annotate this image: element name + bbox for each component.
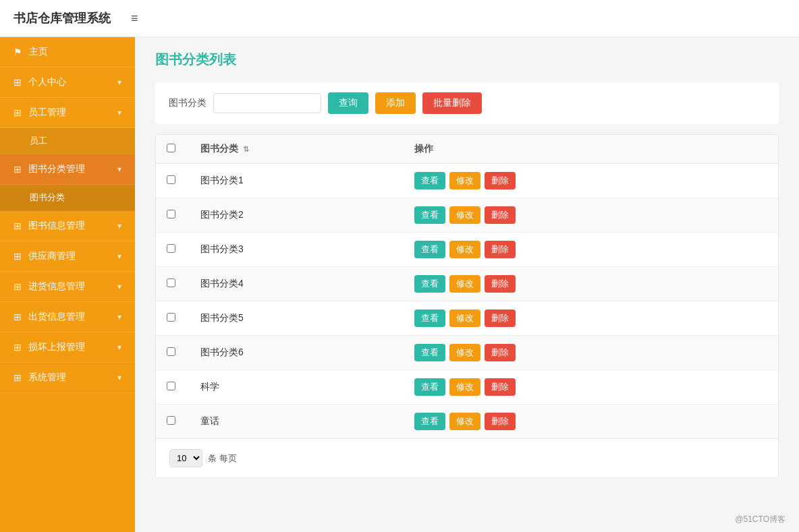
sidebar-item-supplier[interactable]: ⊞ 供应商管理 ▾	[0, 241, 135, 272]
table-header-row: 图书分类 ⇅ 操作	[156, 135, 778, 164]
delete-row-button[interactable]: 删除	[485, 172, 516, 189]
chevron-down-icon-personal: ▾	[117, 78, 121, 87]
row-category: 童话	[190, 405, 404, 439]
edit-button[interactable]: 修改	[449, 309, 480, 327]
delete-row-button[interactable]: 删除	[485, 241, 516, 258]
sidebar-sub-item-book-category-list[interactable]: 图书分类	[0, 185, 135, 211]
sidebar-item-supplier-label: 供应商管理	[28, 250, 76, 262]
grid-icon-personal: ⊞	[13, 77, 22, 88]
table-row: 图书分类2 查看 修改 删除	[156, 198, 778, 233]
chevron-down-icon-book-category: ▾	[117, 165, 121, 174]
row-category: 图书分类5	[190, 301, 404, 336]
sidebar-item-book-info[interactable]: ⊞ 图书信息管理 ▾	[0, 211, 135, 241]
row-actions: 查看 修改 删除	[404, 198, 778, 233]
row-checkbox[interactable]	[167, 347, 175, 356]
edit-button[interactable]: 修改	[449, 413, 480, 430]
table-row: 图书分类3 查看 修改 删除	[156, 233, 778, 267]
filter-label: 图书分类	[169, 97, 206, 109]
sidebar-item-system-label: 系统管理	[28, 372, 66, 384]
row-checkbox[interactable]	[167, 210, 175, 218]
edit-button[interactable]: 修改	[449, 172, 480, 189]
row-checkbox-cell	[156, 336, 190, 370]
delete-row-button[interactable]: 删除	[485, 206, 516, 224]
view-button[interactable]: 查看	[414, 275, 445, 293]
sidebar-item-home-label: 主页	[29, 46, 48, 58]
watermark: @51CTO博客	[735, 514, 786, 525]
view-button[interactable]: 查看	[414, 413, 445, 430]
row-category: 图书分类1	[190, 164, 404, 198]
edit-button[interactable]: 修改	[449, 378, 480, 396]
batch-delete-button[interactable]: 批量删除	[422, 92, 482, 114]
row-checkbox-cell	[156, 233, 190, 267]
row-actions: 查看 修改 删除	[404, 405, 778, 439]
delete-row-button[interactable]: 删除	[485, 309, 516, 327]
sidebar-item-damage[interactable]: ⊞ 损坏上报管理 ▾	[0, 332, 135, 363]
chevron-down-icon-employee: ▾	[117, 108, 121, 117]
row-checkbox-cell	[156, 198, 190, 233]
row-checkbox-cell	[156, 301, 190, 336]
sidebar-item-home[interactable]: 主页	[0, 37, 135, 67]
row-checkbox-cell	[156, 267, 190, 301]
add-button[interactable]: 添加	[375, 92, 416, 114]
delete-row-button[interactable]: 删除	[485, 344, 516, 361]
th-category: 图书分类 ⇅	[190, 135, 404, 164]
sidebar-sub-book-category-list-label: 图书分类	[30, 192, 65, 202]
row-checkbox[interactable]	[167, 382, 175, 390]
delete-row-button[interactable]: 删除	[485, 275, 516, 293]
row-category: 图书分类6	[190, 336, 404, 370]
th-checkbox	[156, 135, 190, 164]
sidebar-sub-item-employee-list[interactable]: 员工	[0, 128, 135, 154]
row-category: 科学	[190, 370, 404, 405]
sidebar-item-employee[interactable]: ⊞ 员工管理 ▾	[0, 98, 135, 128]
row-actions: 查看 修改 删除	[404, 301, 778, 336]
edit-button[interactable]: 修改	[449, 275, 480, 293]
main-content: 图书分类列表 图书分类 查询 添加 批量删除 图书分类 ⇅	[135, 37, 799, 532]
row-checkbox[interactable]	[167, 416, 175, 425]
grid-icon-system: ⊞	[13, 372, 22, 383]
row-actions: 查看 修改 删除	[404, 233, 778, 267]
flag-icon	[13, 47, 22, 57]
chevron-down-icon-incoming: ▾	[117, 282, 121, 291]
sidebar-item-system[interactable]: ⊞ 系统管理 ▾	[0, 363, 135, 393]
view-button[interactable]: 查看	[414, 172, 445, 189]
filter-bar: 图书分类 查询 添加 批量删除	[155, 82, 779, 124]
th-action: 操作	[404, 135, 778, 164]
edit-button[interactable]: 修改	[449, 241, 480, 258]
sidebar-item-incoming[interactable]: ⊞ 进货信息管理 ▾	[0, 272, 135, 302]
delete-row-button[interactable]: 删除	[485, 413, 516, 430]
view-button[interactable]: 查看	[414, 241, 445, 258]
chevron-down-icon-outgoing: ▾	[117, 312, 121, 322]
view-button[interactable]: 查看	[414, 344, 445, 361]
select-all-checkbox[interactable]	[167, 144, 175, 152]
view-button[interactable]: 查看	[414, 206, 445, 224]
search-button[interactable]: 查询	[328, 92, 368, 114]
page-title: 图书分类列表	[155, 51, 779, 69]
row-checkbox[interactable]	[167, 278, 175, 287]
edit-button[interactable]: 修改	[449, 344, 480, 361]
sidebar-item-book-category[interactable]: ⊞ 图书分类管理 ▾	[0, 154, 135, 185]
row-category: 图书分类4	[190, 267, 404, 301]
menu-icon[interactable]: ≡	[131, 11, 138, 26]
row-checkbox[interactable]	[167, 313, 175, 322]
row-checkbox-cell	[156, 405, 190, 439]
sidebar: 主页 ⊞ 个人中心 ▾ ⊞ 员工管理 ▾ 员工 ⊞ 图书分类管理	[0, 37, 135, 532]
view-button[interactable]: 查看	[414, 309, 445, 327]
row-actions: 查看 修改 删除	[404, 336, 778, 370]
edit-button[interactable]: 修改	[449, 206, 480, 224]
sidebar-item-personal[interactable]: ⊞ 个人中心 ▾	[0, 67, 135, 98]
table-row: 图书分类5 查看 修改 删除	[156, 301, 778, 336]
sidebar-item-book-category-label: 图书分类管理	[28, 163, 85, 175]
row-checkbox[interactable]	[167, 244, 175, 253]
per-page-label: 条 每页	[208, 452, 237, 465]
row-checkbox-cell	[156, 370, 190, 405]
delete-row-button[interactable]: 删除	[485, 378, 516, 396]
per-page-select[interactable]: 102050	[169, 449, 202, 467]
pagination-bar: 102050 条 每页	[156, 438, 778, 477]
search-input[interactable]	[213, 93, 321, 113]
row-checkbox[interactable]	[167, 175, 175, 184]
view-button[interactable]: 查看	[414, 378, 445, 396]
chevron-down-icon-supplier: ▾	[117, 252, 121, 261]
sidebar-item-outgoing[interactable]: ⊞ 出货信息管理 ▾	[0, 302, 135, 332]
chevron-down-icon-book-info: ▾	[117, 221, 121, 231]
row-category: 图书分类3	[190, 233, 404, 267]
